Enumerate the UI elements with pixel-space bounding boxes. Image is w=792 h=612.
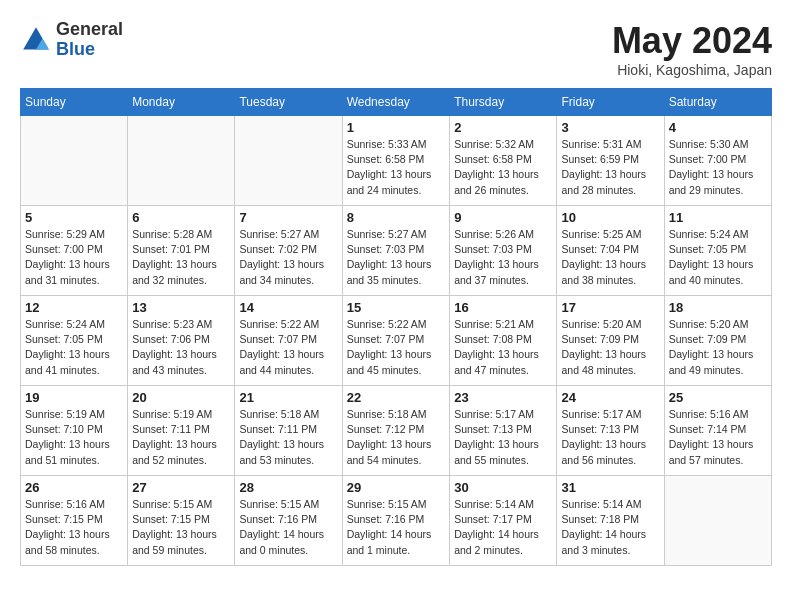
day-info: Sunrise: 5:24 AM Sunset: 7:05 PM Dayligh…	[25, 317, 123, 378]
day-info: Sunrise: 5:21 AM Sunset: 7:08 PM Dayligh…	[454, 317, 552, 378]
day-number: 11	[669, 210, 767, 225]
calendar-cell: 1Sunrise: 5:33 AM Sunset: 6:58 PM Daylig…	[342, 116, 450, 206]
day-info: Sunrise: 5:25 AM Sunset: 7:04 PM Dayligh…	[561, 227, 659, 288]
calendar-cell: 3Sunrise: 5:31 AM Sunset: 6:59 PM Daylig…	[557, 116, 664, 206]
day-number: 31	[561, 480, 659, 495]
day-number: 9	[454, 210, 552, 225]
calendar-cell: 12Sunrise: 5:24 AM Sunset: 7:05 PM Dayli…	[21, 296, 128, 386]
calendar-week-3: 19Sunrise: 5:19 AM Sunset: 7:10 PM Dayli…	[21, 386, 772, 476]
calendar-week-0: 1Sunrise: 5:33 AM Sunset: 6:58 PM Daylig…	[21, 116, 772, 206]
day-number: 30	[454, 480, 552, 495]
day-info: Sunrise: 5:31 AM Sunset: 6:59 PM Dayligh…	[561, 137, 659, 198]
day-info: Sunrise: 5:29 AM Sunset: 7:00 PM Dayligh…	[25, 227, 123, 288]
calendar-cell: 5Sunrise: 5:29 AM Sunset: 7:00 PM Daylig…	[21, 206, 128, 296]
day-header-thursday: Thursday	[450, 89, 557, 116]
day-info: Sunrise: 5:15 AM Sunset: 7:16 PM Dayligh…	[347, 497, 446, 558]
day-info: Sunrise: 5:22 AM Sunset: 7:07 PM Dayligh…	[347, 317, 446, 378]
day-number: 4	[669, 120, 767, 135]
day-info: Sunrise: 5:32 AM Sunset: 6:58 PM Dayligh…	[454, 137, 552, 198]
day-header-sunday: Sunday	[21, 89, 128, 116]
calendar-cell: 19Sunrise: 5:19 AM Sunset: 7:10 PM Dayli…	[21, 386, 128, 476]
day-info: Sunrise: 5:14 AM Sunset: 7:18 PM Dayligh…	[561, 497, 659, 558]
day-info: Sunrise: 5:17 AM Sunset: 7:13 PM Dayligh…	[561, 407, 659, 468]
calendar-table: SundayMondayTuesdayWednesdayThursdayFrid…	[20, 88, 772, 566]
calendar-cell: 22Sunrise: 5:18 AM Sunset: 7:12 PM Dayli…	[342, 386, 450, 476]
title-area: May 2024 Hioki, Kagoshima, Japan	[612, 20, 772, 78]
calendar-cell: 4Sunrise: 5:30 AM Sunset: 7:00 PM Daylig…	[664, 116, 771, 206]
month-title: May 2024	[612, 20, 772, 62]
day-info: Sunrise: 5:22 AM Sunset: 7:07 PM Dayligh…	[239, 317, 337, 378]
logo-icon	[20, 24, 52, 56]
page-header: General Blue May 2024 Hioki, Kagoshima, …	[20, 20, 772, 78]
day-info: Sunrise: 5:16 AM Sunset: 7:14 PM Dayligh…	[669, 407, 767, 468]
calendar-cell: 26Sunrise: 5:16 AM Sunset: 7:15 PM Dayli…	[21, 476, 128, 566]
day-number: 21	[239, 390, 337, 405]
day-info: Sunrise: 5:16 AM Sunset: 7:15 PM Dayligh…	[25, 497, 123, 558]
day-number: 17	[561, 300, 659, 315]
calendar-cell: 15Sunrise: 5:22 AM Sunset: 7:07 PM Dayli…	[342, 296, 450, 386]
day-info: Sunrise: 5:17 AM Sunset: 7:13 PM Dayligh…	[454, 407, 552, 468]
day-info: Sunrise: 5:30 AM Sunset: 7:00 PM Dayligh…	[669, 137, 767, 198]
day-number: 5	[25, 210, 123, 225]
calendar-cell: 8Sunrise: 5:27 AM Sunset: 7:03 PM Daylig…	[342, 206, 450, 296]
logo: General Blue	[20, 20, 123, 60]
calendar-cell: 25Sunrise: 5:16 AM Sunset: 7:14 PM Dayli…	[664, 386, 771, 476]
calendar-cell	[235, 116, 342, 206]
day-header-monday: Monday	[128, 89, 235, 116]
day-info: Sunrise: 5:14 AM Sunset: 7:17 PM Dayligh…	[454, 497, 552, 558]
calendar-cell: 23Sunrise: 5:17 AM Sunset: 7:13 PM Dayli…	[450, 386, 557, 476]
day-header-friday: Friday	[557, 89, 664, 116]
calendar-cell: 27Sunrise: 5:15 AM Sunset: 7:15 PM Dayli…	[128, 476, 235, 566]
calendar-cell: 21Sunrise: 5:18 AM Sunset: 7:11 PM Dayli…	[235, 386, 342, 476]
day-info: Sunrise: 5:15 AM Sunset: 7:15 PM Dayligh…	[132, 497, 230, 558]
day-number: 15	[347, 300, 446, 315]
day-info: Sunrise: 5:26 AM Sunset: 7:03 PM Dayligh…	[454, 227, 552, 288]
day-info: Sunrise: 5:27 AM Sunset: 7:02 PM Dayligh…	[239, 227, 337, 288]
day-number: 6	[132, 210, 230, 225]
day-info: Sunrise: 5:28 AM Sunset: 7:01 PM Dayligh…	[132, 227, 230, 288]
day-info: Sunrise: 5:18 AM Sunset: 7:11 PM Dayligh…	[239, 407, 337, 468]
day-number: 22	[347, 390, 446, 405]
day-info: Sunrise: 5:20 AM Sunset: 7:09 PM Dayligh…	[561, 317, 659, 378]
calendar-cell: 11Sunrise: 5:24 AM Sunset: 7:05 PM Dayli…	[664, 206, 771, 296]
day-number: 1	[347, 120, 446, 135]
day-info: Sunrise: 5:24 AM Sunset: 7:05 PM Dayligh…	[669, 227, 767, 288]
day-info: Sunrise: 5:19 AM Sunset: 7:10 PM Dayligh…	[25, 407, 123, 468]
day-number: 26	[25, 480, 123, 495]
calendar-cell: 28Sunrise: 5:15 AM Sunset: 7:16 PM Dayli…	[235, 476, 342, 566]
day-number: 27	[132, 480, 230, 495]
day-number: 13	[132, 300, 230, 315]
day-number: 19	[25, 390, 123, 405]
calendar-cell: 24Sunrise: 5:17 AM Sunset: 7:13 PM Dayli…	[557, 386, 664, 476]
location: Hioki, Kagoshima, Japan	[612, 62, 772, 78]
day-info: Sunrise: 5:33 AM Sunset: 6:58 PM Dayligh…	[347, 137, 446, 198]
calendar-cell: 30Sunrise: 5:14 AM Sunset: 7:17 PM Dayli…	[450, 476, 557, 566]
day-number: 18	[669, 300, 767, 315]
day-number: 8	[347, 210, 446, 225]
calendar-week-4: 26Sunrise: 5:16 AM Sunset: 7:15 PM Dayli…	[21, 476, 772, 566]
day-number: 12	[25, 300, 123, 315]
calendar-cell: 18Sunrise: 5:20 AM Sunset: 7:09 PM Dayli…	[664, 296, 771, 386]
day-number: 7	[239, 210, 337, 225]
logo-text: General Blue	[56, 20, 123, 60]
day-number: 10	[561, 210, 659, 225]
calendar-cell: 6Sunrise: 5:28 AM Sunset: 7:01 PM Daylig…	[128, 206, 235, 296]
calendar-cell: 7Sunrise: 5:27 AM Sunset: 7:02 PM Daylig…	[235, 206, 342, 296]
day-number: 24	[561, 390, 659, 405]
calendar-cell	[664, 476, 771, 566]
calendar-cell: 29Sunrise: 5:15 AM Sunset: 7:16 PM Dayli…	[342, 476, 450, 566]
day-info: Sunrise: 5:23 AM Sunset: 7:06 PM Dayligh…	[132, 317, 230, 378]
day-number: 20	[132, 390, 230, 405]
day-info: Sunrise: 5:27 AM Sunset: 7:03 PM Dayligh…	[347, 227, 446, 288]
day-info: Sunrise: 5:20 AM Sunset: 7:09 PM Dayligh…	[669, 317, 767, 378]
day-number: 16	[454, 300, 552, 315]
day-number: 14	[239, 300, 337, 315]
day-number: 23	[454, 390, 552, 405]
day-number: 2	[454, 120, 552, 135]
calendar-cell: 10Sunrise: 5:25 AM Sunset: 7:04 PM Dayli…	[557, 206, 664, 296]
calendar-cell: 20Sunrise: 5:19 AM Sunset: 7:11 PM Dayli…	[128, 386, 235, 476]
calendar-cell: 14Sunrise: 5:22 AM Sunset: 7:07 PM Dayli…	[235, 296, 342, 386]
day-header-wednesday: Wednesday	[342, 89, 450, 116]
calendar-cell: 31Sunrise: 5:14 AM Sunset: 7:18 PM Dayli…	[557, 476, 664, 566]
calendar-cell: 9Sunrise: 5:26 AM Sunset: 7:03 PM Daylig…	[450, 206, 557, 296]
